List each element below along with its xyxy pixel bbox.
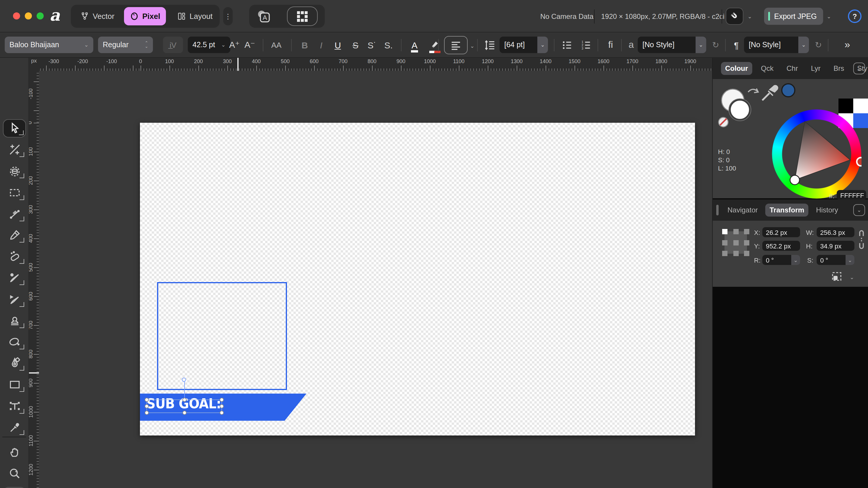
transform-mode-icon[interactable] [831,271,843,282]
tab-transform[interactable]: Transform [766,203,808,217]
colour-replacement-brush-tool[interactable] [3,269,26,287]
persona-options-button[interactable]: ⋮ [223,7,232,25]
help-button[interactable]: ? [848,9,862,23]
ruler-units[interactable]: px [29,58,39,71]
view-tool[interactable] [3,443,26,461]
rotation-handle[interactable] [182,378,186,382]
rotation-field[interactable]: 0 ° [762,255,791,265]
selection-handle-ne[interactable] [220,398,224,402]
paragraph-style-sync-icon[interactable]: ↻ [811,37,826,53]
character-style-chevron[interactable]: ⌄ [695,37,706,53]
tab-qck[interactable]: Qck [757,62,778,75]
tab-navigator[interactable]: Navigator [723,203,762,217]
tab-history[interactable]: History [812,203,842,217]
anchor-n[interactable] [733,229,738,234]
font-size-field[interactable]: 42.5 pt ⌄ [188,37,230,53]
anchor-ne[interactable] [744,229,749,234]
erase-brush-tool[interactable] [3,290,26,308]
shear-field[interactable]: 0 ° [817,255,845,265]
w-field[interactable]: 256.3 px [817,227,855,237]
marquee-tool[interactable] [3,183,26,201]
leading-chevron[interactable]: ⌄ [537,37,548,53]
minimize-window-button[interactable] [25,12,32,20]
selection-handle-sw[interactable] [145,411,149,415]
anchor-se[interactable] [744,251,749,256]
transform-panel-menu-button[interactable]: ⌄ [853,204,865,216]
h-field[interactable]: 34.9 px [817,241,855,251]
selection-refine-tool[interactable] [3,140,26,159]
anchor-sw[interactable] [722,251,727,256]
highlight-colour-button[interactable] [426,37,443,53]
colour-picker-row[interactable] [759,83,798,104]
vertical-ruler[interactable]: -100010020030040050060070080090010001100… [29,71,39,488]
x-field[interactable]: 26.2 px [762,227,800,237]
character-style-select[interactable]: [No Style] [638,37,695,53]
blue-rectangle-shape[interactable] [157,282,287,390]
decrease-size-button[interactable]: A⁻ [242,37,257,53]
saturation-triangle[interactable] [772,109,862,199]
close-window-button[interactable] [13,12,20,20]
paragraph-style-select[interactable]: [No Style] [744,37,798,53]
selection-brush-tool[interactable] [3,162,26,180]
link-dimensions-icon[interactable] [858,229,865,250]
selection-handle-nw[interactable] [145,398,149,402]
font-colour-button[interactable]: A [406,37,423,53]
superscript-button[interactable]: S˙ [365,37,379,53]
rotation-chevron[interactable]: ⌄ [791,255,800,265]
increase-size-button[interactable]: A⁺ [227,37,242,53]
tab-colour[interactable]: Colour [721,62,752,75]
anchor-s[interactable] [733,251,738,256]
canvas-viewport[interactable]: SUB GOAL: [39,71,712,488]
export-options-chevron[interactable]: ⌄ [827,13,831,20]
text-tool[interactable] [3,397,26,415]
anchor-nw[interactable] [722,229,727,234]
snapping-options-chevron[interactable]: ⌄ [748,13,752,20]
shear-chevron[interactable]: ⌄ [845,255,855,265]
pen-tool[interactable] [3,354,26,372]
grid-snapping-button[interactable] [287,6,318,26]
character-style-sync-icon[interactable]: ↻ [709,37,723,53]
bullet-list-button[interactable] [559,37,575,53]
toolbar-overflow-button[interactable]: » [838,37,856,53]
y-field[interactable]: 952.2 px [762,241,800,251]
tab-chr[interactable]: Chr [782,62,802,75]
transform-mode-chevron[interactable]: ⌄ [850,274,854,280]
zoom-tool[interactable] [3,464,26,483]
tab-brs[interactable]: Brs [829,62,848,75]
capitalization-button[interactable]: AA [268,37,285,53]
bold-button[interactable]: B [298,37,312,53]
paragraph-style-chevron[interactable]: ⌄ [798,37,809,53]
numbered-list-button[interactable]: 123 [578,37,594,53]
persona-layout[interactable]: Layout [171,5,218,28]
persona-pixel[interactable]: Pixel [124,7,166,25]
paragraph-align-button[interactable] [444,36,468,54]
paint-brush-tool[interactable] [3,226,26,244]
leading-field[interactable]: [64 pt] [500,37,537,53]
anchor-selector[interactable] [722,229,749,256]
persona-vector[interactable]: Vector [74,5,120,28]
gradient-tool[interactable] [3,205,26,223]
rectangle-tool[interactable] [3,376,26,394]
snapping-toggle-button[interactable] [726,8,743,25]
text-selection-box[interactable] [147,399,222,413]
healing-brush-tool[interactable] [3,333,26,351]
italic-button[interactable]: I [314,37,328,53]
clone-stamp-tool[interactable] [3,312,26,330]
horizontal-ruler[interactable]: -300-200-1000100200300400500600700800900… [39,58,712,71]
font-style-select[interactable]: Regular ⌃⌄ [98,37,153,53]
selection-handle-se[interactable] [220,411,224,415]
ligatures-button[interactable]: fi [602,37,619,53]
font-family-select[interactable]: Baloo Bhaijaan ⌄ [5,37,93,53]
assistant-icon[interactable]: A [256,9,272,27]
selection-handle-w[interactable] [145,404,149,408]
subscript-button[interactable]: S. [381,37,396,53]
anchor-w[interactable] [722,240,727,245]
colour-panel-menu-button[interactable]: ⌄ [853,63,865,74]
typography-icon[interactable]: i̲V [163,37,183,53]
tab-lyr[interactable]: Lyr [807,62,825,75]
selection-handle-s[interactable] [182,411,187,415]
colour-picker-tool[interactable] [3,418,26,437]
underline-button[interactable]: U [331,37,345,53]
zoom-window-button[interactable] [37,12,44,20]
move-tool[interactable] [3,119,26,137]
